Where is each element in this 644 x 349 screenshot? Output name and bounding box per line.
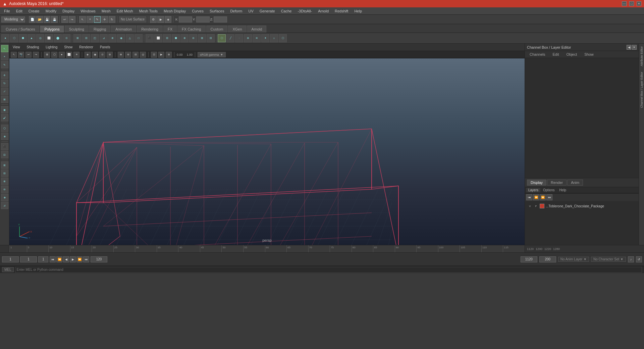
bevel-btn[interactable]: ⬟	[172, 34, 180, 42]
play-back-btn[interactable]: ◀	[63, 256, 69, 262]
play-forward-btn[interactable]: ▶	[70, 256, 76, 262]
extrude-face-btn[interactable]: ⬛	[146, 34, 154, 42]
layer-prev-btn[interactable]: ⏪	[533, 194, 539, 200]
soft-select-left[interactable]: ◉	[1, 106, 8, 113]
lighting-menu[interactable]: Lighting	[44, 45, 59, 50]
menu-display[interactable]: Display	[60, 8, 77, 14]
merge-btn[interactable]: ⊕	[180, 34, 189, 42]
go-to-start-btn[interactable]: ⏮	[50, 256, 56, 262]
vp-shaded-btn[interactable]: ◈	[85, 52, 91, 58]
tab-rendering[interactable]: Rendering	[137, 26, 163, 33]
tab-polygons[interactable]: Polygons	[40, 26, 64, 33]
menu-redshift[interactable]: Redshift	[332, 8, 351, 14]
torus-icon-btn[interactable]: ◎	[36, 34, 44, 42]
show-menu[interactable]: Show	[63, 45, 74, 50]
menu-surfaces[interactable]: Surfaces	[207, 8, 227, 14]
right-panel-arrow-left[interactable]: ◀	[627, 45, 631, 50]
mel-label[interactable]: MEL	[2, 267, 14, 272]
channel-box-tab[interactable]: Channel Box / Layer Editor	[639, 69, 644, 111]
layers-sub-tab[interactable]: Layers	[526, 188, 540, 192]
vp-x-ray-btn[interactable]: ◉	[92, 52, 98, 58]
face-select-btn[interactable]: ⬡	[218, 34, 226, 42]
save-as-button[interactable]: 💾	[51, 16, 58, 23]
quadrangulate-btn[interactable]: □	[135, 34, 143, 42]
menu-cache[interactable]: Cache	[278, 8, 294, 14]
triangulate-btn[interactable]: △	[126, 34, 134, 42]
step-back-btn[interactable]: ⏪	[56, 256, 62, 262]
new-file-button[interactable]: 📄	[29, 16, 36, 23]
gamma-selector[interactable]: sRGB gamma ▼	[198, 52, 225, 57]
vp-expose-btn[interactable]: ⊛	[166, 52, 172, 58]
vp-select-btn[interactable]: ↖	[11, 52, 17, 58]
render-settings-button[interactable]: ⚙	[150, 16, 157, 23]
shading-menu[interactable]: Shading	[25, 45, 41, 50]
layer-vis-p[interactable]: P	[534, 204, 538, 208]
select-tool-button[interactable]: ↖	[79, 16, 86, 23]
tab-xgen[interactable]: XGen	[228, 26, 246, 33]
workspace-selector[interactable]: Modeling	[1, 16, 25, 22]
menu-edit-mesh[interactable]: Edit Mesh	[114, 8, 136, 14]
poke-btn[interactable]: ✦	[261, 34, 269, 42]
vp-cam-btn[interactable]: 📷	[18, 52, 24, 58]
split-btn[interactable]: ⊖	[189, 34, 197, 42]
menu-modify[interactable]: Modify	[43, 8, 59, 14]
renderer-menu[interactable]: Renderer	[78, 45, 95, 50]
vp-undo-btn[interactable]: ↩	[25, 52, 32, 58]
extra-1[interactable]: ⊞	[1, 161, 8, 169]
menu-windows[interactable]: Windows	[78, 8, 98, 14]
vp-wireframe-btn[interactable]: ⬡	[51, 52, 57, 58]
menu-deform[interactable]: Deform	[227, 8, 245, 14]
vp-redo-btn[interactable]: ↪	[33, 52, 39, 58]
menu-curves[interactable]: Curves	[189, 8, 206, 14]
frame-start-input[interactable]	[2, 256, 19, 262]
cylinder-icon-btn[interactable]: ⬢	[19, 34, 27, 42]
right-panel-close[interactable]: ✕	[632, 45, 637, 50]
z-coord-input[interactable]	[214, 16, 227, 22]
cone-icon-btn[interactable]: ▲	[28, 34, 36, 42]
cube-icon-btn[interactable]: ⬡	[10, 34, 18, 42]
edge-select-btn[interactable]: ╱	[226, 34, 234, 42]
sphere-icon-btn[interactable]: ●	[1, 34, 9, 42]
panels-menu[interactable]: Panels	[99, 45, 112, 50]
layer-rewind-btn[interactable]: ⏮	[526, 194, 532, 200]
viewport-3d[interactable]: X Y Z persp	[9, 58, 525, 245]
minimize-button[interactable]: —	[622, 1, 627, 6]
offset-edge-btn[interactable]: ⊟	[207, 34, 215, 42]
separate-btn[interactable]: ⊟	[82, 34, 90, 42]
extra-4[interactable]: ⊖	[1, 186, 8, 193]
menu-mesh[interactable]: Mesh	[99, 8, 113, 14]
show-tab[interactable]: Show	[581, 52, 597, 57]
range-end-input[interactable]	[539, 256, 556, 262]
frame-end-input[interactable]	[91, 256, 107, 262]
menu-mesh-tools[interactable]: Mesh Tools	[137, 8, 160, 14]
maximize-button[interactable]: □	[629, 1, 634, 6]
show-manip-left[interactable]: ◈	[1, 133, 8, 140]
close-button[interactable]: ✕	[637, 1, 641, 6]
vp-texture-btn[interactable]: ⬜	[66, 52, 72, 58]
duplicate-face-btn[interactable]: ⬡	[279, 34, 287, 42]
layer-vis-v[interactable]: V	[528, 204, 532, 208]
vp-smooth-btn[interactable]: ●	[59, 52, 65, 58]
extra-6[interactable]: ⊿	[1, 202, 8, 209]
undo-button[interactable]: ↩	[61, 16, 68, 23]
redo-button[interactable]: ↪	[69, 16, 75, 23]
render-left[interactable]: ⬛	[1, 143, 8, 150]
vp-snap-grid-btn[interactable]: ⊕	[118, 52, 124, 58]
timeline-ruler[interactable]: 1510152025303540455055606570758085909510…	[9, 245, 525, 252]
menu-uv[interactable]: UV	[246, 8, 256, 14]
tab-arnold[interactable]: Arnold	[247, 26, 267, 33]
plane-icon-btn[interactable]: ⬜	[45, 34, 53, 42]
render-button[interactable]: ▶	[157, 16, 164, 23]
y-coord-input[interactable]	[196, 16, 210, 22]
lasso-tool-button[interactable]: ⌖	[87, 16, 93, 23]
lasso-tool-left[interactable]: ⌖	[1, 53, 8, 60]
edit-tab[interactable]: Edit	[549, 52, 562, 57]
tab-sculpting[interactable]: Sculpting	[65, 26, 89, 33]
ipr-button[interactable]: ◈	[165, 16, 171, 23]
paint-select-button[interactable]: ✎	[94, 16, 101, 23]
tab-fx-caching[interactable]: FX Caching	[177, 26, 205, 33]
extra-2[interactable]: ⊟	[1, 169, 8, 177]
menu-mesh-display[interactable]: Mesh Display	[161, 8, 189, 14]
vp-iso-btn[interactable]: ⊙	[99, 52, 105, 58]
menu-arnold[interactable]: Arnold	[315, 8, 331, 14]
